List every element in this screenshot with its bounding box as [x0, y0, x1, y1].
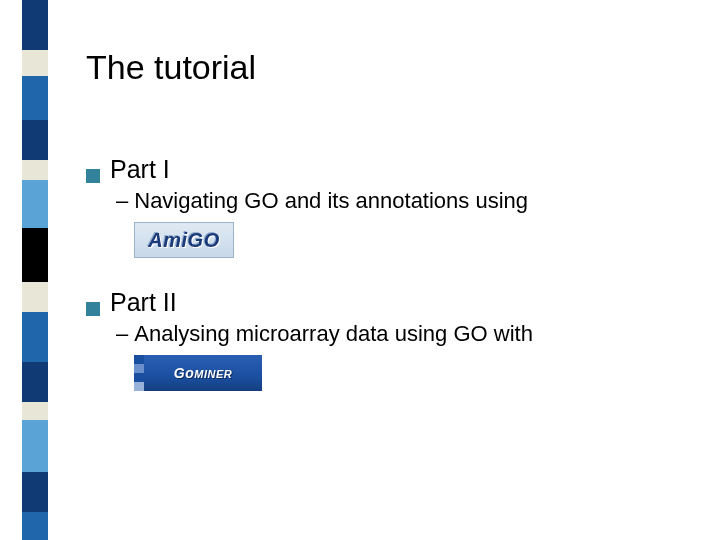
bullet-part-1: Part I	[86, 155, 646, 184]
logo-amigo-wrap: AmiGO	[134, 222, 646, 258]
gominer-strip-icon	[134, 355, 144, 391]
sub-bullet-part-2: – Analysing microarray data using GO wit…	[116, 321, 646, 347]
slide-title: The tutorial	[86, 48, 256, 87]
deco-block	[22, 160, 48, 180]
deco-block	[22, 228, 48, 282]
gominer-logo: GoMINER	[134, 355, 262, 391]
deco-block	[22, 362, 48, 402]
logo-gominer-wrap: GoMINER	[134, 355, 646, 391]
bullet-icon	[86, 302, 100, 316]
deco-block	[22, 0, 48, 50]
gominer-logo-body: GoMINER	[144, 355, 262, 391]
bullet-icon	[86, 169, 100, 183]
deco-block	[22, 472, 48, 512]
bullet-part-2: Part II	[86, 288, 646, 317]
slide-content: Part I – Navigating GO and its annotatio…	[86, 155, 646, 421]
gominer-miner: MINER	[194, 368, 232, 380]
dash-icon: –	[116, 188, 128, 214]
deco-block	[22, 420, 48, 472]
deco-block	[22, 50, 48, 76]
amigo-logo: AmiGO	[134, 222, 234, 258]
dash-icon: –	[116, 321, 128, 347]
deco-block	[22, 180, 48, 228]
decorative-strip	[22, 0, 48, 540]
deco-block	[22, 312, 48, 362]
sub-bullet-part-1: – Navigating GO and its annotations usin…	[116, 188, 646, 214]
deco-block	[22, 120, 48, 160]
deco-block	[22, 282, 48, 312]
deco-block	[22, 402, 48, 420]
deco-block	[22, 76, 48, 120]
deco-block	[22, 512, 48, 540]
gominer-go: Go	[174, 365, 194, 381]
bullet-label: Part II	[110, 288, 177, 317]
sub-bullet-text: Analysing microarray data using GO with	[134, 321, 533, 347]
sub-bullet-text: Navigating GO and its annotations using	[134, 188, 528, 214]
amigo-logo-text: AmiGO	[148, 229, 219, 252]
gominer-logo-text: GoMINER	[174, 365, 232, 381]
bullet-label: Part I	[110, 155, 170, 184]
